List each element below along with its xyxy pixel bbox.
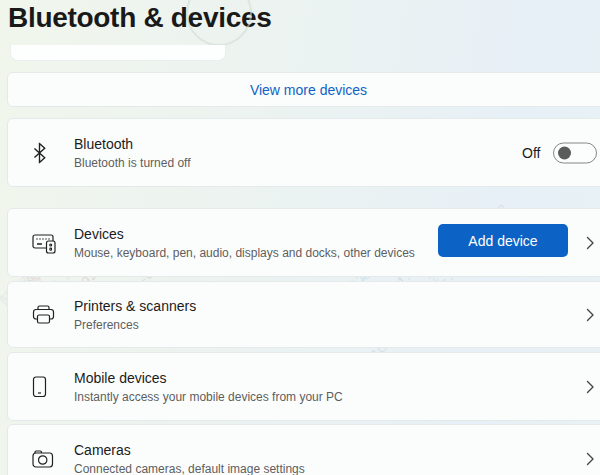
row-subtitle: Connected cameras, default image setting… <box>74 461 305 475</box>
settings-row-printers[interactable]: Printers & scanners Preferences <box>7 281 600 348</box>
bluetooth-icon <box>32 142 47 163</box>
bluetooth-subtitle: Bluetooth is turned off <box>74 155 191 171</box>
phone-icon <box>32 376 47 398</box>
row-title: Devices <box>74 225 415 244</box>
row-subtitle: Preferences <box>74 317 196 333</box>
chevron-right-icon <box>586 380 594 394</box>
view-more-devices-button[interactable]: View more devices <box>7 72 600 107</box>
row-title: Printers & scanners <box>74 297 196 316</box>
keyboard-mouse-icon <box>32 231 57 254</box>
toggle-knob <box>558 146 571 159</box>
row-title: Cameras <box>74 441 305 460</box>
chevron-right-icon <box>586 308 594 322</box>
row-subtitle: Instantly access your mobile devices fro… <box>74 389 343 405</box>
watermark-circle <box>186 0 252 46</box>
bluetooth-toggle-label: Off <box>522 145 540 161</box>
chevron-right-icon <box>586 236 594 250</box>
add-device-button[interactable]: Add device <box>438 224 568 257</box>
settings-row-mobile-devices[interactable]: Mobile devices Instantly access your mob… <box>7 352 600 421</box>
view-more-devices-label: View more devices <box>250 82 367 98</box>
row-title: Mobile devices <box>74 369 343 388</box>
device-card-partial <box>10 45 226 61</box>
printer-icon <box>32 304 55 325</box>
chevron-right-icon <box>586 452 594 466</box>
bluetooth-row: Bluetooth Bluetooth is turned off Off <box>7 118 600 187</box>
bluetooth-title: Bluetooth <box>74 135 191 154</box>
camera-icon <box>32 450 54 469</box>
settings-row-cameras[interactable]: Cameras Connected cameras, default image… <box>7 424 600 475</box>
row-subtitle: Mouse, keyboard, pen, audio, displays an… <box>74 245 415 261</box>
bluetooth-toggle[interactable] <box>553 142 597 163</box>
settings-row-devices[interactable]: Devices Mouse, keyboard, pen, audio, dis… <box>7 208 600 277</box>
